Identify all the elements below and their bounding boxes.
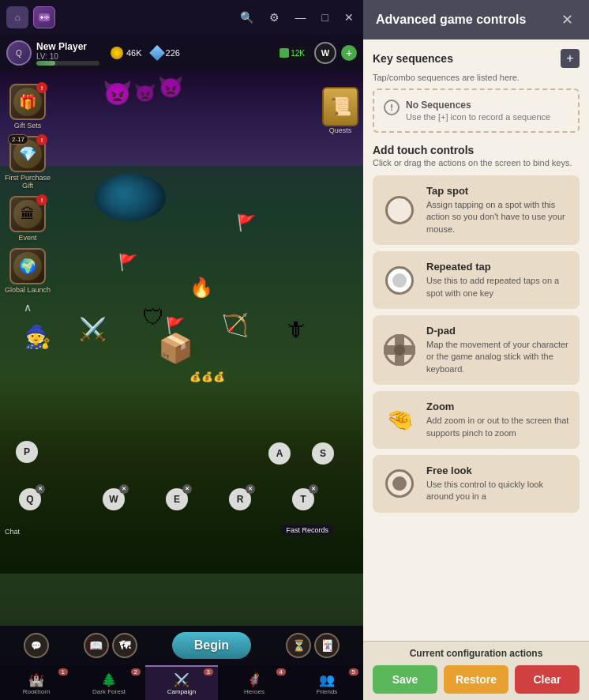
game-icon[interactable] <box>33 6 55 28</box>
settings-control[interactable]: ⚙ <box>266 9 283 25</box>
gift-sets-icon[interactable]: 🎁 ! <box>9 84 46 120</box>
right-panel: Advanced game controls ✕ Key sequences +… <box>363 0 589 700</box>
save-button[interactable]: Save <box>373 665 437 694</box>
clear-button[interactable]: Clear <box>515 665 580 694</box>
no-sequences-description: Use the [+] icon to record a sequence <box>406 112 550 122</box>
campaign-icon: ⚔️ <box>174 672 189 687</box>
exp-fill <box>36 61 55 66</box>
flag-2: 🚩 <box>237 213 257 232</box>
tab-friends[interactable]: 👥 Friends 5 <box>291 665 363 700</box>
key-sequences-section: Key sequences + Tap/combo sequences are … <box>373 49 580 133</box>
hourglass-icon[interactable]: ⏳ <box>286 633 311 658</box>
repeated-tap-text: Repeated tap Use this to add repeated ta… <box>426 261 570 299</box>
currency-info: 46K <box>111 47 142 59</box>
first-purchase-label: First PurchaseGift <box>5 174 51 190</box>
player-bar: Q New Player LV: 10 46K 226 12K W + <box>0 35 363 71</box>
chevron-item[interactable]: ∧ <box>5 300 51 314</box>
map-key-w[interactable]: W ✕ <box>103 488 125 510</box>
map-key-p[interactable]: P <box>16 441 38 463</box>
quests-icon[interactable]: 📜 <box>322 87 358 126</box>
map-button[interactable]: 🗺 <box>112 633 137 658</box>
free-look-card[interactable]: Free look Use this control to quickly lo… <box>373 455 580 513</box>
svg-point-4 <box>47 17 49 18</box>
footer-action-buttons: Save Restore Clear <box>373 665 580 694</box>
svg-point-6 <box>44 17 46 18</box>
zoom-hand-icon: 🤏 <box>386 407 414 433</box>
action-group: 📖 🗺 <box>84 633 137 658</box>
num-badge: 2-17 <box>8 134 28 145</box>
config-title: Current configuration actions <box>373 648 580 659</box>
event-item[interactable]: 🏛 ! Event <box>5 196 51 242</box>
friends-label: Friends <box>317 688 338 695</box>
free-look-text: Free look Use this control to quickly lo… <box>426 465 570 503</box>
event-badge: ! <box>36 194 47 205</box>
tap-spot-card[interactable]: Tap spot Assign tapping on a spot with t… <box>373 175 580 245</box>
event-label: Event <box>19 234 37 242</box>
quests-item[interactable]: 📜 Quests <box>322 87 358 134</box>
e-close-icon[interactable]: ✕ <box>182 484 192 494</box>
gem-info: 226 <box>152 47 180 58</box>
zoom-icon-container: 🤏 <box>382 403 417 438</box>
w-close-icon[interactable]: ✕ <box>119 484 129 494</box>
repeated-tap-card[interactable]: Repeated tap Use this to add repeated ta… <box>373 251 580 309</box>
tap-circle-shape <box>385 196 414 224</box>
tab-rookhorn[interactable]: 🏰 Rookhorn 1 <box>0 665 73 700</box>
global-launch-icon[interactable]: 🌍 <box>9 248 46 284</box>
book-icon[interactable]: 📖 <box>84 633 109 658</box>
close-control[interactable]: ✕ <box>341 9 357 25</box>
panel-close-button[interactable]: ✕ <box>557 10 576 29</box>
book-button[interactable]: 📖 <box>84 633 109 658</box>
panel-content: Key sequences + Tap/combo sequences are … <box>363 40 589 641</box>
chat-button[interactable]: 💬 <box>24 633 49 658</box>
zoom-card[interactable]: 🤏 Zoom Add zoom in or out to the screen … <box>373 391 580 449</box>
player-name: New Player <box>36 41 99 52</box>
minimize-control[interactable]: — <box>292 9 310 25</box>
first-purchase-item[interactable]: 💎 ! 2-17 First PurchaseGift <box>5 136 51 190</box>
w-key-badge[interactable]: W <box>314 42 336 64</box>
chat-icon[interactable]: 💬 <box>24 633 49 658</box>
repeated-tap-icon <box>382 263 417 298</box>
tab-campaign[interactable]: ⚔️ Campaign 3 <box>145 665 218 700</box>
add-sequence-button[interactable]: + <box>561 49 580 68</box>
add-currency-button[interactable]: + <box>341 45 357 61</box>
restore-button[interactable]: Restore <box>444 665 508 694</box>
free-look-icon-container <box>382 466 417 501</box>
player-info: New Player LV: 10 <box>36 41 99 66</box>
map-icon[interactable]: 🗺 <box>112 633 137 658</box>
global-launch-label: Global Launch <box>5 286 51 294</box>
key-sequences-desc: Tap/combo sequences are listed here. <box>373 73 580 82</box>
global-launch-item[interactable]: 🌍 Global Launch <box>5 248 51 294</box>
free-look-desc: Use this control to quickly look around … <box>426 479 570 503</box>
touch-controls-title: Add touch controls <box>373 144 580 156</box>
map-key-e[interactable]: E ✕ <box>166 488 188 510</box>
card-button[interactable]: 🃏 <box>314 633 340 658</box>
exp-bar <box>36 61 99 66</box>
tap-spot-name: Tap spot <box>426 185 570 197</box>
tab-dark-forest[interactable]: 🌲 Dark Forest 2 <box>73 665 145 700</box>
dpad-card[interactable]: D-pad Map the movement of your character… <box>373 315 580 385</box>
hourglass-button[interactable]: ⏳ <box>286 633 311 658</box>
restore-control[interactable]: □ <box>319 9 332 25</box>
map-key-s[interactable]: S <box>312 442 334 465</box>
player-bar-right: 12K W + <box>275 42 357 64</box>
card-icon[interactable]: 🃏 <box>314 633 340 658</box>
map-key-t[interactable]: T ✕ <box>292 488 314 510</box>
t-close-icon[interactable]: ✕ <box>309 484 318 494</box>
power-badge: 12K <box>275 47 310 59</box>
map-key-a[interactable]: A <box>268 442 291 465</box>
home-icon[interactable]: ⌂ <box>6 6 28 28</box>
svg-rect-2 <box>40 17 43 18</box>
map-key-r[interactable]: R ✕ <box>229 488 251 510</box>
event-icon[interactable]: 🏛 ! <box>9 196 46 232</box>
gift-sets-item[interactable]: 🎁 ! Gift Sets <box>5 84 51 130</box>
first-purchase-icon[interactable]: 💎 ! 2-17 <box>9 136 46 172</box>
chevron-up-icon[interactable]: ∧ <box>17 300 39 314</box>
map-key-q[interactable]: Q ✕ <box>19 488 41 510</box>
r-close-icon[interactable]: ✕ <box>246 484 255 494</box>
dpad-desc: Map the movement of your character or th… <box>426 339 570 375</box>
tab-heroes[interactable]: 🦸 Heroes 4 <box>218 665 291 700</box>
begin-button[interactable]: Begin <box>172 632 251 659</box>
q-close-icon[interactable]: ✕ <box>36 484 45 494</box>
zoom-shape: 🤏 <box>384 405 415 436</box>
search-control[interactable]: 🔍 <box>237 9 257 25</box>
